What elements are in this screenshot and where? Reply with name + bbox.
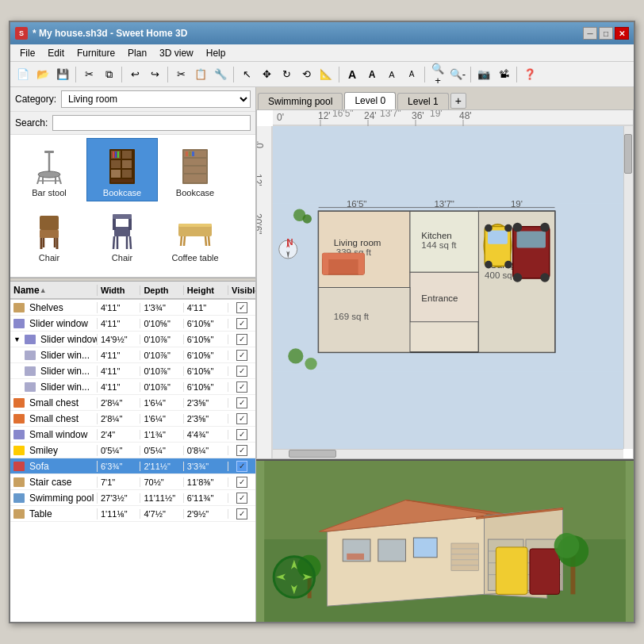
rotate-button[interactable]: ↻ [277,65,296,84]
visibility-checkbox[interactable] [236,302,247,313]
list-row[interactable]: Small chest 2'8¼" 1'6¼" 2'3⅝" [10,395,255,411]
cell-visible[interactable] [228,302,255,313]
list-row[interactable]: Small chest 2'8¼" 1'6¼" 2'3⅝" [10,411,255,427]
cell-visible[interactable] [228,350,255,361]
cut2-button[interactable]: ✂ [171,65,190,84]
furniture-item-coffeetable[interactable]: Coffee table [159,203,231,266]
scrollbar-horizontal[interactable] [273,449,623,458]
cell-visible[interactable] [228,366,255,377]
text-large-button[interactable]: A [343,65,362,84]
visibility-checkbox[interactable] [236,334,247,345]
list-row[interactable]: ▼ Slider windows 14'9½" 0'10⅞" 6'10⅝" [10,332,255,347]
col-name-header[interactable]: Name ▲ [10,285,98,296]
visibility-checkbox[interactable] [236,445,247,456]
cell-visible[interactable] [228,397,255,408]
visibility-checkbox[interactable] [236,508,247,519]
undo-button[interactable]: ↩ [125,65,144,84]
furniture-item-chair2[interactable]: Chair [86,203,158,266]
svg-text:16'5": 16'5" [332,110,354,119]
furniture-item-chair1[interactable]: Chair [13,203,85,266]
tab-level0[interactable]: Level 0 [344,92,396,109]
copy-button[interactable]: ⧉ [99,65,118,84]
minimize-button[interactable]: ─ [583,27,597,40]
tab-level1[interactable]: Level 1 [397,93,449,109]
redo-button[interactable]: ↪ [145,65,164,84]
visibility-checkbox[interactable] [236,350,247,361]
tab-swimming-pool[interactable]: Swimming pool [258,93,343,109]
cell-visible[interactable] [228,318,255,329]
list-row[interactable]: Slider win... 4'11" 0'10⅞" 6'10⅝" [10,363,255,379]
tab-add-button[interactable]: + [450,93,466,109]
col-width-header[interactable]: Width [98,286,140,295]
menu-furniture[interactable]: Furniture [71,46,121,60]
cell-visible[interactable] [228,493,255,504]
open-button[interactable]: 📂 [33,65,52,84]
text-med-button[interactable]: A [362,65,381,84]
text-xs-button[interactable]: A [402,65,421,84]
cell-visible[interactable] [228,477,255,488]
scrollbar-vertical[interactable] [623,126,633,449]
zoom-out-button[interactable]: 🔍- [448,65,467,84]
cell-visible[interactable] [228,445,255,456]
visibility-checkbox[interactable] [236,397,247,408]
cell-width: 4'11" [98,319,140,328]
cell-visible[interactable] [228,429,255,440]
video-button[interactable]: 📽 [494,65,513,84]
col-visible-header[interactable]: Visible [228,286,255,295]
col-height-header[interactable]: Height [184,286,228,295]
cell-visible[interactable] [228,381,255,393]
col-depth-header[interactable]: Depth [140,286,183,295]
settings-button[interactable]: 🔧 [211,65,230,84]
visibility-checkbox[interactable] [236,493,247,504]
menu-3dview[interactable]: 3D view [153,46,200,60]
list-row[interactable]: Slider win... 4'11" 0'10⅞" 6'10⅝" [10,379,255,395]
category-select[interactable]: Living room Bedroom Kitchen Bathroom [61,90,251,108]
cut-button[interactable]: ✂ [79,65,98,84]
screenshot-button[interactable]: 📷 [474,65,493,84]
menu-file[interactable]: File [13,46,41,60]
visibility-checkbox[interactable] [236,318,247,329]
cell-height: 2'3⅝" [184,414,228,424]
close-button[interactable]: ✕ [615,27,629,40]
list-row[interactable]: Slider win... 4'11" 0'10⅞" 6'10⅝" [10,347,255,363]
list-row[interactable]: Slider window 4'11" 0'10⅝" 6'10⅝" [10,316,255,332]
list-row[interactable]: Sofa 6'3¾" 2'11½" 3'3¾" [10,458,255,474]
list-row[interactable]: Swimming pool 27'3½" 11'11½" 6'11¾" [10,490,255,506]
visibility-checkbox[interactable] [236,461,247,472]
cell-width: 2'4" [98,430,140,439]
cell-visible[interactable] [228,461,255,472]
menu-plan[interactable]: Plan [121,46,153,60]
furniture-item-bookcase1[interactable]: Bookcase [86,138,158,201]
search-input[interactable] [52,115,251,131]
cell-visible[interactable] [228,334,255,345]
furniture-item-barstool[interactable]: Bar stool [13,138,85,201]
visibility-checkbox[interactable] [236,381,247,393]
zoom-in-button[interactable]: 🔍+ [428,65,447,84]
menu-help[interactable]: Help [200,46,232,60]
list-row[interactable]: Smiley 0'5¼" 0'5¼" 0'8¼" [10,443,255,458]
visibility-checkbox[interactable] [236,477,247,488]
paste-button[interactable]: 📋 [191,65,210,84]
plan-view[interactable]: 0' 12' 24' 36' 48' 16'5" 13'7" 19' [256,109,634,459]
cell-visible[interactable] [228,413,255,424]
visibility-checkbox[interactable] [236,366,247,377]
furniture-item-bookcase2[interactable]: Bookcase [159,138,231,201]
save-button[interactable]: 💾 [53,65,72,84]
measure-button[interactable]: 📐 [316,65,335,84]
help-button[interactable]: ❓ [520,65,539,84]
list-row[interactable]: Table 1'11⅛" 4'7½" 2'9½" [10,506,255,522]
list-row[interactable]: Small window 2'4" 1'1¾" 4'4¾" [10,427,255,443]
visibility-checkbox[interactable] [236,429,247,440]
list-row[interactable]: Shelves 4'11" 1'3¾" 4'11" [10,300,255,316]
visibility-checkbox[interactable] [236,413,247,424]
scale-button[interactable]: ⟲ [297,65,316,84]
menu-edit[interactable]: Edit [41,46,71,60]
cursor-button[interactable]: ↖ [237,65,256,84]
maximize-button[interactable]: □ [599,27,613,40]
text-small-button[interactable]: A [382,65,401,84]
svg-line-43 [181,236,182,246]
move-button[interactable]: ✥ [257,65,276,84]
list-row[interactable]: Stair case 7'1" 70½" 11'8⅜" [10,474,255,490]
new-button[interactable]: 📄 [13,65,33,84]
cell-visible[interactable] [228,508,255,519]
